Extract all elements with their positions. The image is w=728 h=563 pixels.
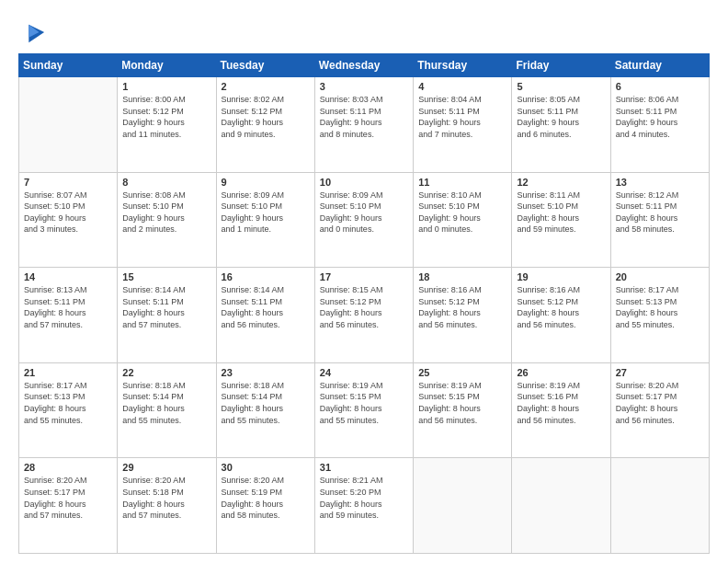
calendar-cell [512,458,610,554]
day-number: 14 [24,271,112,282]
calendar-cell: 10Sunrise: 8:09 AM Sunset: 5:10 PM Dayli… [314,172,413,268]
day-info: Sunrise: 8:03 AM Sunset: 5:11 PM Dayligh… [320,94,408,140]
day-number: 12 [517,177,605,188]
day-number: 18 [418,271,506,282]
calendar-cell: 25Sunrise: 8:19 AM Sunset: 5:15 PM Dayli… [414,362,512,458]
day-info: Sunrise: 8:00 AM Sunset: 5:12 PM Dayligh… [122,94,210,140]
day-info: Sunrise: 8:14 AM Sunset: 5:11 PM Dayligh… [222,284,310,330]
weekday-header-saturday: Saturday [610,54,709,77]
day-number: 15 [122,271,210,282]
day-info: Sunrise: 8:17 AM Sunset: 5:13 PM Dayligh… [616,284,704,330]
day-number: 31 [320,462,408,473]
calendar-cell: 1Sunrise: 8:00 AM Sunset: 5:12 PM Daylig… [118,77,216,173]
weekday-header-friday: Friday [512,54,610,77]
day-info: Sunrise: 8:18 AM Sunset: 5:14 PM Dayligh… [222,380,310,426]
calendar-cell [19,77,118,173]
day-info: Sunrise: 8:19 AM Sunset: 5:15 PM Dayligh… [418,380,506,426]
calendar-cell: 17Sunrise: 8:15 AM Sunset: 5:12 PM Dayli… [314,268,413,363]
day-info: Sunrise: 8:20 AM Sunset: 5:18 PM Dayligh… [122,475,210,521]
day-info: Sunrise: 8:07 AM Sunset: 5:10 PM Dayligh… [24,190,112,236]
calendar-cell: 28Sunrise: 8:20 AM Sunset: 5:17 PM Dayli… [19,458,118,554]
day-number: 9 [222,177,310,188]
week-row-3: 21Sunrise: 8:17 AM Sunset: 5:13 PM Dayli… [19,362,710,458]
weekday-header-row: SundayMondayTuesdayWednesdayThursdayFrid… [19,54,710,77]
calendar-cell: 5Sunrise: 8:05 AM Sunset: 5:11 PM Daylig… [512,77,610,173]
day-info: Sunrise: 8:12 AM Sunset: 5:11 PM Dayligh… [616,190,704,236]
calendar-cell [610,458,709,554]
weekday-header-thursday: Thursday [414,54,512,77]
day-number: 13 [616,177,704,188]
calendar-cell: 9Sunrise: 8:09 AM Sunset: 5:10 PM Daylig… [216,172,314,268]
day-info: Sunrise: 8:17 AM Sunset: 5:13 PM Dayligh… [24,380,112,426]
day-number: 4 [418,81,506,92]
calendar-cell: 4Sunrise: 8:04 AM Sunset: 5:11 PM Daylig… [414,77,512,173]
day-info: Sunrise: 8:16 AM Sunset: 5:12 PM Dayligh… [418,284,506,330]
day-info: Sunrise: 8:21 AM Sunset: 5:20 PM Dayligh… [320,475,408,521]
calendar-cell: 2Sunrise: 8:02 AM Sunset: 5:12 PM Daylig… [216,77,314,173]
day-number: 26 [517,367,605,378]
calendar-cell: 6Sunrise: 8:06 AM Sunset: 5:11 PM Daylig… [610,77,709,173]
calendar-cell: 15Sunrise: 8:14 AM Sunset: 5:11 PM Dayli… [118,268,216,363]
day-info: Sunrise: 8:20 AM Sunset: 5:19 PM Dayligh… [222,475,310,521]
day-info: Sunrise: 8:18 AM Sunset: 5:14 PM Dayligh… [122,380,210,426]
day-number: 3 [320,81,408,92]
day-info: Sunrise: 8:20 AM Sunset: 5:17 PM Dayligh… [24,475,112,521]
calendar-cell: 14Sunrise: 8:13 AM Sunset: 5:11 PM Dayli… [19,268,118,363]
calendar-cell: 3Sunrise: 8:03 AM Sunset: 5:11 PM Daylig… [314,77,413,173]
day-info: Sunrise: 8:05 AM Sunset: 5:11 PM Dayligh… [517,94,605,140]
calendar-cell: 29Sunrise: 8:20 AM Sunset: 5:18 PM Dayli… [118,458,216,554]
day-info: Sunrise: 8:20 AM Sunset: 5:17 PM Dayligh… [616,380,704,426]
week-row-1: 7Sunrise: 8:07 AM Sunset: 5:10 PM Daylig… [19,172,710,268]
week-row-2: 14Sunrise: 8:13 AM Sunset: 5:11 PM Dayli… [19,268,710,363]
calendar-cell: 13Sunrise: 8:12 AM Sunset: 5:11 PM Dayli… [610,172,709,268]
calendar-cell: 31Sunrise: 8:21 AM Sunset: 5:20 PM Dayli… [314,458,413,554]
weekday-header-sunday: Sunday [19,54,118,77]
day-info: Sunrise: 8:13 AM Sunset: 5:11 PM Dayligh… [24,284,112,330]
calendar: SundayMondayTuesdayWednesdayThursdayFrid… [18,53,710,554]
logo-icon [20,20,46,46]
day-number: 8 [122,177,210,188]
calendar-cell: 16Sunrise: 8:14 AM Sunset: 5:11 PM Dayli… [216,268,314,363]
calendar-cell: 20Sunrise: 8:17 AM Sunset: 5:13 PM Dayli… [610,268,709,363]
calendar-cell: 7Sunrise: 8:07 AM Sunset: 5:10 PM Daylig… [19,172,118,268]
day-info: Sunrise: 8:15 AM Sunset: 5:12 PM Dayligh… [320,284,408,330]
day-info: Sunrise: 8:04 AM Sunset: 5:11 PM Dayligh… [418,94,506,140]
day-info: Sunrise: 8:02 AM Sunset: 5:12 PM Dayligh… [222,94,310,140]
day-info: Sunrise: 8:14 AM Sunset: 5:11 PM Dayligh… [122,284,210,330]
day-number: 30 [222,462,310,473]
calendar-cell: 8Sunrise: 8:08 AM Sunset: 5:10 PM Daylig… [118,172,216,268]
calendar-cell [414,458,512,554]
day-number: 2 [222,81,310,92]
day-info: Sunrise: 8:06 AM Sunset: 5:11 PM Dayligh… [616,94,704,140]
day-number: 20 [616,271,704,282]
week-row-4: 28Sunrise: 8:20 AM Sunset: 5:17 PM Dayli… [19,458,710,554]
week-row-0: 1Sunrise: 8:00 AM Sunset: 5:12 PM Daylig… [19,77,710,173]
calendar-cell: 24Sunrise: 8:19 AM Sunset: 5:15 PM Dayli… [314,362,413,458]
calendar-cell: 12Sunrise: 8:11 AM Sunset: 5:10 PM Dayli… [512,172,610,268]
day-info: Sunrise: 8:11 AM Sunset: 5:10 PM Dayligh… [517,190,605,236]
day-info: Sunrise: 8:09 AM Sunset: 5:10 PM Dayligh… [222,190,310,236]
day-info: Sunrise: 8:10 AM Sunset: 5:10 PM Dayligh… [418,190,506,236]
weekday-header-monday: Monday [118,54,216,77]
calendar-cell: 19Sunrise: 8:16 AM Sunset: 5:12 PM Dayli… [512,268,610,363]
day-info: Sunrise: 8:09 AM Sunset: 5:10 PM Dayligh… [320,190,408,236]
calendar-cell: 21Sunrise: 8:17 AM Sunset: 5:13 PM Dayli… [19,362,118,458]
day-info: Sunrise: 8:16 AM Sunset: 5:12 PM Dayligh… [517,284,605,330]
logo [18,20,46,46]
page: SundayMondayTuesdayWednesdayThursdayFrid… [0,0,728,563]
calendar-cell: 18Sunrise: 8:16 AM Sunset: 5:12 PM Dayli… [414,268,512,363]
day-number: 22 [122,367,210,378]
day-number: 23 [222,367,310,378]
weekday-header-wednesday: Wednesday [314,54,413,77]
day-number: 16 [222,271,310,282]
day-info: Sunrise: 8:08 AM Sunset: 5:10 PM Dayligh… [122,190,210,236]
day-number: 29 [122,462,210,473]
day-number: 1 [122,81,210,92]
day-number: 25 [418,367,506,378]
calendar-cell: 27Sunrise: 8:20 AM Sunset: 5:17 PM Dayli… [610,362,709,458]
calendar-cell: 30Sunrise: 8:20 AM Sunset: 5:19 PM Dayli… [216,458,314,554]
calendar-cell: 11Sunrise: 8:10 AM Sunset: 5:10 PM Dayli… [414,172,512,268]
day-number: 27 [616,367,704,378]
header [18,17,710,46]
day-number: 28 [24,462,112,473]
